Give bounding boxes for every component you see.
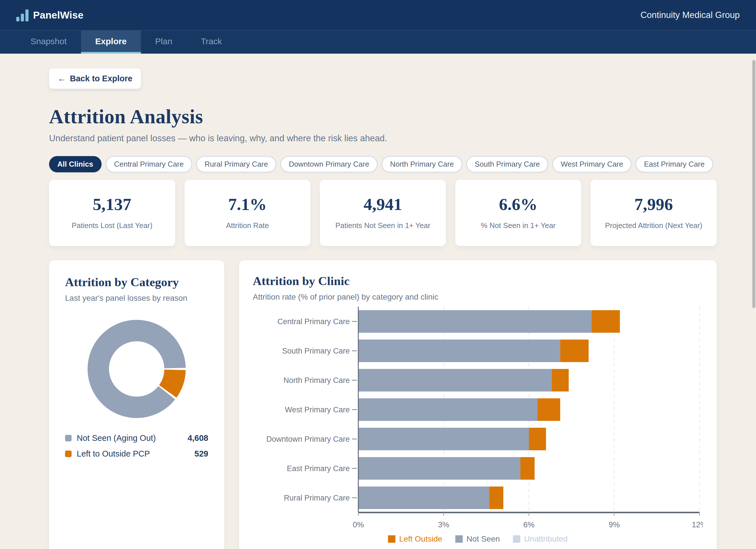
top-header: PanelWise Continuity Medical Group <box>0 0 756 30</box>
kpi-value: 5,137 <box>55 195 169 214</box>
x-axis-tick-label: 9% <box>609 520 620 529</box>
bar-not-seen <box>358 428 529 450</box>
kpi-value: 7.1% <box>190 195 305 214</box>
legend-label: Left to Outside PCP <box>77 449 189 459</box>
bar-not-seen <box>358 310 591 333</box>
nav-tab-explore[interactable]: Explore <box>81 31 141 54</box>
clinic-legend-item-unattributed[interactable]: Unattributed <box>513 534 568 544</box>
page-title: Attrition Analysis <box>49 105 717 128</box>
kpi-card: 7,996Projected Attrition (Next Year) <box>591 180 717 246</box>
kpi-label: Projected Attrition (Next Year) <box>596 221 711 230</box>
charts-row: Attrition by Category Last year's panel … <box>49 260 717 549</box>
legend-swatch-icon <box>65 451 72 457</box>
nav-tab-track[interactable]: Track <box>187 31 236 54</box>
kpi-label: % Not Seen in 1+ Year <box>461 221 576 230</box>
bar-left-outside <box>529 428 546 450</box>
filter-pill-west-primary-care[interactable]: West Primary Care <box>552 156 631 172</box>
nav-tab-plan[interactable]: Plan <box>141 31 187 54</box>
y-axis-label: East Primary Care <box>287 464 350 473</box>
back-button-label: Back to Explore <box>70 74 132 83</box>
brand: PanelWise <box>16 9 84 21</box>
main-content: ← Back to Explore Attrition Analysis Und… <box>49 54 717 549</box>
y-axis-label: Rural Primary Care <box>284 494 350 502</box>
legend-label: Not Seen (Aging Out) <box>77 433 182 443</box>
bar-chart-wrap: Central Primary CareSouth Primary CareNo… <box>253 307 703 533</box>
panelwise-logo-icon <box>16 9 29 21</box>
category-legend-row: Left to Outside PCP529 <box>65 449 208 459</box>
filter-pill-rural-primary-care[interactable]: Rural Primary Care <box>196 156 276 172</box>
filter-pill-all-clinics[interactable]: All Clinics <box>49 156 102 172</box>
x-axis-tick-label: 3% <box>438 520 449 529</box>
kpi-card: 6.6%% Not Seen in 1+ Year <box>455 180 581 246</box>
category-legend: Not Seen (Aging Out)4,608Left to Outside… <box>65 433 208 459</box>
bar-not-seen <box>358 369 552 391</box>
clinic-legend-item-left-outside[interactable]: Left Outside <box>388 534 442 544</box>
bar-not-seen <box>358 398 537 421</box>
clinic-filter-pills: All ClinicsCentral Primary CareRural Pri… <box>49 156 717 172</box>
bar-left-outside <box>591 310 620 333</box>
kpi-value: 7,996 <box>596 195 711 214</box>
brand-name: PanelWise <box>33 9 84 21</box>
x-axis-tick-label: 6% <box>523 520 534 529</box>
y-axis-label: North Primary Care <box>283 376 350 385</box>
page-subtitle: Understand patient panel losses — who is… <box>49 133 717 144</box>
donut-segment-not-seen <box>88 320 186 418</box>
y-axis-label: Downtown Primary Care <box>266 435 350 443</box>
legend-label: Not Seen <box>466 534 500 544</box>
clinic-card-title: Attrition by Clinic <box>253 274 703 288</box>
kpi-card: 5,137Patients Lost (Last Year) <box>49 180 175 246</box>
bar-left-outside <box>489 487 503 509</box>
legend-label: Unattributed <box>524 534 568 544</box>
x-axis-tick-label: 0% <box>353 520 364 529</box>
organization-name: Continuity Medical Group <box>640 10 740 20</box>
attrition-category-donut-chart <box>88 320 186 418</box>
y-axis-label: West Primary Care <box>285 405 350 414</box>
bar-left-outside <box>520 457 535 480</box>
attrition-clinic-bar-chart: Central Primary CareSouth Primary CareNo… <box>253 307 703 532</box>
legend-swatch-icon <box>455 535 463 543</box>
legend-swatch-icon <box>513 535 520 543</box>
y-axis-label: South Primary Care <box>282 347 350 355</box>
back-arrow-icon: ← <box>58 74 66 83</box>
legend-label: Left Outside <box>399 534 442 544</box>
primary-nav: SnapshotExplorePlanTrack <box>0 30 756 54</box>
legend-value: 529 <box>195 449 208 459</box>
filter-pill-downtown-primary-care[interactable]: Downtown Primary Care <box>280 156 377 172</box>
filter-pill-north-primary-care[interactable]: North Primary Care <box>382 156 462 172</box>
kpi-label: Patients Not Seen in 1+ Year <box>326 221 440 230</box>
bar-left-outside <box>560 340 589 362</box>
clinic-chart-legend: Left OutsideNot SeenUnattributed <box>253 534 703 544</box>
x-axis-tick-label: 12% <box>692 520 703 529</box>
kpi-card: 7.1%Attrition Rate <box>185 180 311 246</box>
filter-pill-central-primary-care[interactable]: Central Primary Care <box>106 156 192 172</box>
clinic-legend-item-not-seen[interactable]: Not Seen <box>455 534 500 544</box>
bar-not-seen <box>358 457 520 480</box>
y-axis-label: Central Primary Care <box>277 317 350 326</box>
kpi-label: Attrition Rate <box>190 221 305 230</box>
bar-not-seen <box>358 340 560 362</box>
legend-swatch-icon <box>388 535 395 543</box>
legend-swatch-icon <box>65 435 72 441</box>
nav-tab-snapshot[interactable]: Snapshot <box>16 31 81 54</box>
donut-chart-wrap <box>65 320 208 418</box>
bar-not-seen <box>358 487 489 509</box>
kpi-value: 4,941 <box>326 195 440 214</box>
attrition-by-category-card: Attrition by Category Last year's panel … <box>49 260 224 549</box>
scrollbar-thumb[interactable] <box>752 60 755 308</box>
filter-pill-south-primary-care[interactable]: South Primary Care <box>466 156 548 172</box>
kpi-card: 4,941Patients Not Seen in 1+ Year <box>320 180 446 246</box>
kpi-row: 5,137Patients Lost (Last Year)7.1%Attrit… <box>49 180 717 246</box>
back-to-explore-button[interactable]: ← Back to Explore <box>49 68 141 89</box>
clinic-card-subtitle: Attrition rate (% of prior panel) by cat… <box>253 292 703 302</box>
legend-value: 4,608 <box>187 433 208 443</box>
kpi-label: Patients Lost (Last Year) <box>55 221 169 230</box>
bar-left-outside <box>537 398 560 421</box>
filter-pill-east-primary-care[interactable]: East Primary Care <box>636 156 713 172</box>
category-legend-row: Not Seen (Aging Out)4,608 <box>65 433 208 443</box>
category-card-title: Attrition by Category <box>65 275 208 289</box>
bar-left-outside <box>552 369 569 391</box>
kpi-value: 6.6% <box>461 195 576 214</box>
category-card-subtitle: Last year's panel losses by reason <box>65 294 208 303</box>
attrition-by-clinic-card: Attrition by Clinic Attrition rate (% of… <box>239 260 717 549</box>
